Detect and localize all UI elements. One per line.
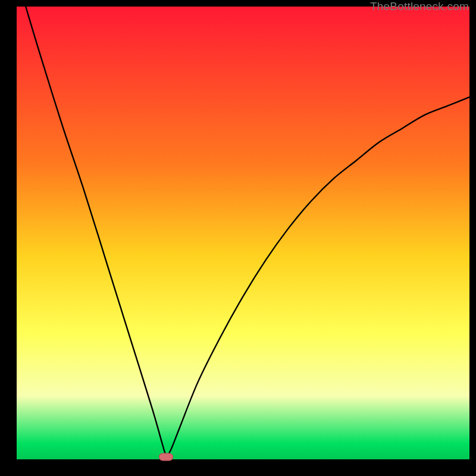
plot-area xyxy=(17,7,469,459)
bottleneck-curve xyxy=(17,7,469,459)
optimum-marker xyxy=(159,453,173,461)
chart-frame: TheBottleneck.com xyxy=(0,0,476,476)
watermark-text: TheBottleneck.com xyxy=(370,0,469,13)
